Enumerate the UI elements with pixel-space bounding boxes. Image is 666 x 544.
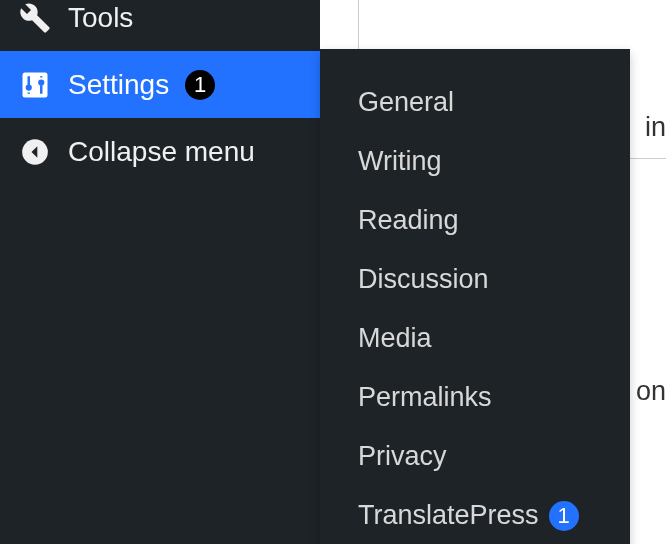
sidebar-item-tools[interactable]: Tools [0, 0, 320, 51]
sidebar-item-collapse[interactable]: Collapse menu [0, 118, 320, 185]
settings-submenu: General Writing Reading Discussion Media… [320, 49, 630, 544]
wrench-icon [18, 1, 52, 35]
submenu-item-label: Reading [358, 205, 459, 236]
submenu-item-general[interactable]: General [320, 73, 630, 132]
submenu-item-label: Permalinks [358, 382, 492, 413]
submenu-item-label: Media [358, 323, 432, 354]
submenu-item-reading[interactable]: Reading [320, 191, 630, 250]
submenu-item-label: Discussion [358, 264, 489, 295]
submenu-item-discussion[interactable]: Discussion [320, 250, 630, 309]
admin-sidebar: Tools Settings 1 Collapse menu [0, 0, 320, 544]
submenu-item-privacy[interactable]: Privacy [320, 427, 630, 486]
submenu-item-label: Privacy [358, 441, 447, 472]
bg-text: in [645, 112, 666, 143]
collapse-icon [18, 135, 52, 169]
notification-badge: 1 [185, 70, 215, 100]
notification-badge: 1 [549, 501, 579, 531]
sidebar-item-settings[interactable]: Settings 1 [0, 51, 320, 118]
sidebar-item-label: Collapse menu [68, 136, 255, 168]
svg-rect-0 [23, 72, 48, 97]
bg-text: on [636, 376, 666, 407]
sidebar-item-label: Settings [68, 69, 169, 101]
submenu-item-translatepress[interactable]: TranslatePress 1 [320, 486, 630, 544]
submenu-item-label: General [358, 87, 454, 118]
sidebar-item-label: Tools [68, 2, 133, 34]
submenu-item-label: TranslatePress [358, 500, 539, 531]
submenu-item-writing[interactable]: Writing [320, 132, 630, 191]
submenu-item-label: Writing [358, 146, 442, 177]
submenu-item-media[interactable]: Media [320, 309, 630, 368]
sliders-icon [18, 68, 52, 102]
submenu-item-permalinks[interactable]: Permalinks [320, 368, 630, 427]
